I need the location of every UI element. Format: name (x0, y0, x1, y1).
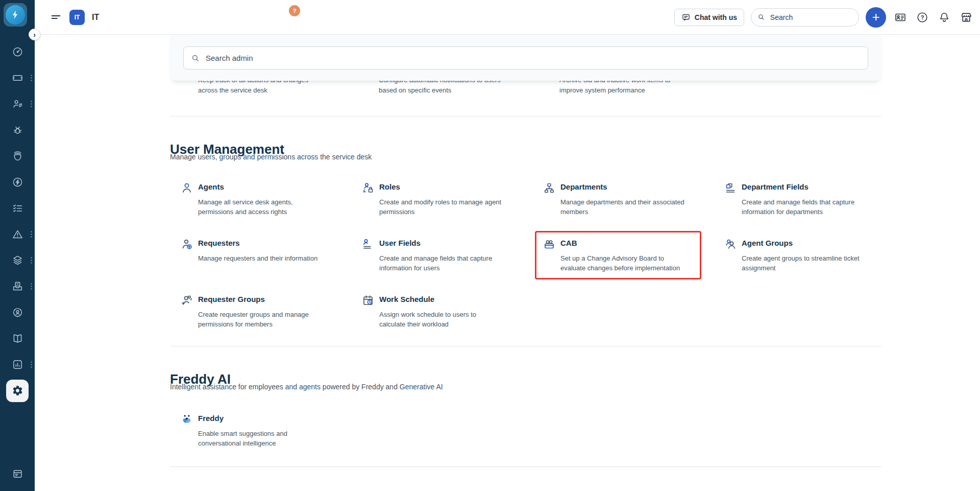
sidebar-item-community[interactable] (0, 299, 35, 325)
top-bar-left: IT IT (50, 10, 99, 25)
help-button[interactable]: ? (915, 10, 930, 25)
freshservice-logo[interactable] (4, 3, 27, 27)
item-title[interactable]: Roles (379, 182, 501, 192)
item-desc: Create requester groups and manage permi… (198, 310, 309, 329)
id-card-icon (894, 11, 906, 24)
global-search[interactable] (751, 8, 859, 27)
admin-item-cab[interactable]: CABSet up a Change Advisory Board to eva… (543, 231, 724, 287)
sidebar-item-admin-settings-active[interactable] (0, 378, 35, 404)
kebab-icon[interactable] (31, 257, 32, 264)
admin-item-requester-groups[interactable]: Requester GroupsCreate requester groups … (181, 287, 362, 343)
fields-squares-icon (724, 182, 737, 194)
item-title[interactable]: User Fields (379, 239, 492, 248)
create-new-button[interactable]: + (866, 7, 886, 28)
plus-icon: + (872, 10, 879, 24)
sidebar-item-releases[interactable] (0, 273, 35, 299)
admin-item-agents[interactable]: AgentsManage all service desk agents, pe… (181, 175, 362, 231)
kebab-icon[interactable] (31, 231, 32, 238)
collapse-menu-icon[interactable] (50, 11, 62, 24)
document-tray-icon (12, 280, 23, 292)
marketplace-button[interactable] (959, 10, 974, 25)
sidebar-item-analytics[interactable] (0, 352, 35, 378)
layers-icon (12, 254, 23, 266)
section-divider (170, 346, 881, 346)
item-desc: Enable smart suggestions and conversatio… (198, 429, 287, 448)
item-desc: Set up a Change Advisory Board to evalua… (560, 253, 680, 273)
item-title[interactable]: Departments (560, 182, 684, 192)
person-lock-icon (362, 182, 374, 194)
section-subtitle: Manage users, groups and permissions acr… (170, 153, 372, 161)
people-plus-icon (181, 294, 193, 307)
person-plus-icon (181, 238, 193, 250)
sidebar-collapse-button[interactable]: › (29, 29, 40, 40)
book-icon (12, 333, 23, 344)
section-subtitle: Intelligent assistance for employees and… (170, 383, 443, 391)
workspace-badge[interactable]: IT (69, 10, 85, 25)
section-divider (170, 116, 881, 116)
help-beacon[interactable]: ? (289, 5, 300, 16)
gear-icon (12, 385, 23, 396)
admin-item-requesters[interactable]: RequestersManage requesters and their in… (181, 231, 362, 287)
kebab-icon[interactable] (31, 101, 32, 107)
item-title[interactable]: Agent Groups (742, 239, 860, 248)
admin-search-box[interactable] (183, 46, 868, 69)
kebab-icon[interactable] (31, 361, 32, 368)
sidebar-item-alerts[interactable] (0, 221, 35, 247)
item-desc: Assign work schedule to users to calcula… (379, 310, 476, 329)
sidebar-item-knowledge-base[interactable] (0, 325, 35, 352)
notifications-button[interactable] (937, 10, 952, 25)
sidebar-item-tasks[interactable] (0, 195, 35, 221)
bug-icon (12, 124, 23, 136)
cab-board-icon (543, 238, 555, 250)
board-icon (12, 468, 23, 480)
sidebar-item-changes[interactable] (0, 169, 35, 195)
search-icon (757, 13, 765, 21)
help-circle-icon: ? (916, 11, 928, 24)
ticket-icon (12, 72, 23, 84)
item-desc: Create and modify roles to manage agent … (379, 197, 501, 217)
admin-settings-screen: › IT IT ? Chat with us + ? (0, 0, 980, 491)
sidebar-nav (0, 39, 35, 404)
admin-item-user-fields[interactable]: User FieldsCreate and manage fields that… (362, 231, 543, 287)
sidebar-item-assets[interactable] (0, 247, 35, 273)
section-divider (170, 466, 881, 467)
admin-item-roles[interactable]: RolesCreate and modify roles to manage a… (362, 175, 543, 231)
item-title[interactable]: Agents (198, 182, 293, 192)
active-item-tile (6, 380, 29, 402)
sidebar-item-dashboard[interactable] (0, 39, 35, 65)
chevron-right-icon: › (33, 31, 36, 38)
sidebar-item-requester-sync[interactable] (0, 91, 35, 117)
item-title[interactable]: Department Fields (742, 182, 854, 192)
workspace-name: IT (92, 13, 99, 22)
kebab-icon[interactable] (31, 75, 32, 81)
user-management-grid: AgentsManage all service desk agents, pe… (181, 175, 905, 343)
item-title[interactable]: Requester Groups (198, 295, 309, 304)
admin-search-input[interactable] (205, 53, 861, 63)
item-desc: Manage requesters and their information (198, 253, 317, 263)
admin-item-agent-groups[interactable]: Agent GroupsCreate agent groups to strea… (724, 231, 905, 287)
sidebar-item-system-board[interactable] (0, 468, 35, 480)
sidebar (0, 0, 35, 491)
calendar-clock-icon (362, 294, 374, 307)
kebab-icon[interactable] (31, 283, 32, 290)
item-title[interactable]: Freddy (198, 414, 287, 423)
item-title[interactable]: Work Schedule (379, 295, 476, 304)
lightning-circle-icon (12, 176, 23, 188)
admin-item-department-fields[interactable]: Department FieldsCreate and manage field… (724, 175, 905, 231)
chat-bubble-icon (681, 13, 691, 22)
person-orbit-icon (12, 307, 23, 318)
chat-with-us-button[interactable]: Chat with us (674, 9, 744, 26)
agent-switcher-button[interactable] (893, 10, 908, 25)
admin-item-departments[interactable]: DepartmentsManage departments and their … (543, 175, 724, 231)
item-title[interactable]: Requesters (198, 239, 317, 248)
admin-item-freddy[interactable]: FreddyEnable smart suggestions and conve… (181, 406, 287, 448)
sidebar-item-security[interactable] (0, 143, 35, 169)
top-bar-right: Chat with us + ? (674, 7, 980, 28)
global-search-input[interactable] (769, 13, 852, 22)
org-chart-icon (543, 182, 555, 194)
sidebar-item-problems[interactable] (0, 117, 35, 143)
item-desc: Create and manage fields that capture in… (379, 253, 492, 273)
item-title[interactable]: CAB (560, 239, 680, 248)
admin-item-work-schedule[interactable]: Work ScheduleAssign work schedule to use… (362, 287, 543, 343)
sidebar-item-tickets[interactable] (0, 65, 35, 91)
